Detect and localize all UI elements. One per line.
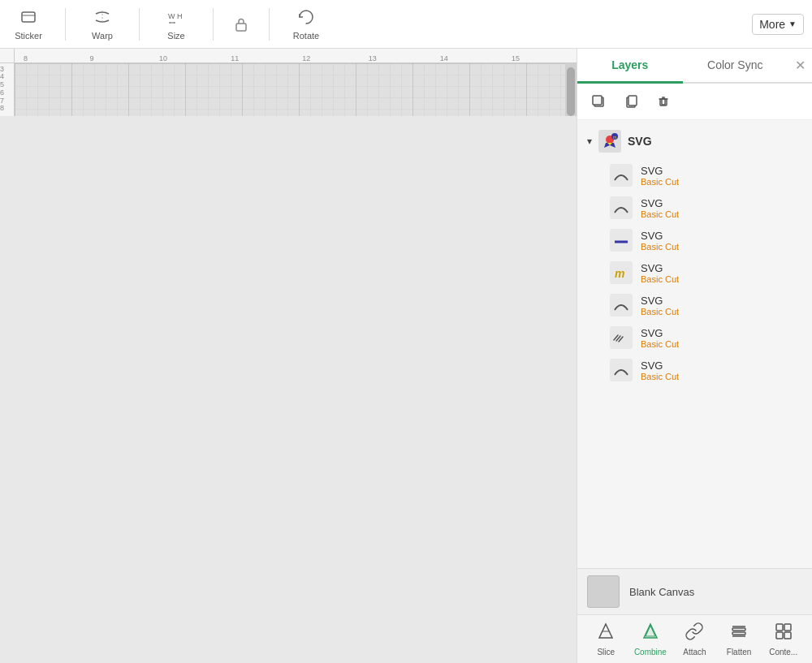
group-label: SVG (628, 135, 652, 148)
warp-tool[interactable]: Warp (82, 7, 123, 41)
size-label: Size (167, 31, 184, 41)
svg-rect-29 (776, 632, 783, 639)
list-item[interactable]: SVG Basic Cut (577, 354, 812, 386)
panel-close-button[interactable]: ✕ (788, 49, 812, 82)
layer-thumbnail-6 (610, 326, 633, 349)
layer-sub-2: Basic Cut (641, 209, 679, 219)
ruler-top: 8 9 10 11 12 13 14 15 (0, 49, 577, 63)
warp-icon (93, 7, 112, 31)
size-tool[interactable]: W H Size (156, 7, 197, 41)
layers-list: ▾ m SVG SVG (577, 120, 812, 568)
list-item[interactable]: SVG Basic Cut (577, 159, 812, 192)
svg-rect-10 (593, 96, 602, 105)
layer-thumbnail-4: m (610, 261, 633, 284)
ruler-mark-11: 11 (231, 54, 239, 62)
trash-icon (655, 93, 672, 110)
layer-thumbnail-5 (610, 294, 633, 316)
panel-toolbar (577, 84, 812, 120)
list-item[interactable]: SVG Basic Cut (577, 192, 812, 224)
layer-name-4: SVG (641, 262, 679, 274)
blank-canvas-thumbnail (587, 575, 620, 608)
layer-info-2: SVG Basic Cut (641, 197, 679, 219)
combine-icon (641, 622, 660, 645)
attach-tool[interactable]: Attach (674, 622, 715, 657)
layer-thumbnail-3 (610, 229, 633, 252)
divider-1 (65, 8, 66, 41)
flatten-label: Flatten (727, 648, 752, 657)
layer-name-6: SVG (641, 327, 679, 339)
contour-tool[interactable]: Conte... (763, 622, 804, 657)
ruler-mark-v2: 4 (0, 72, 4, 80)
scrollbar-right[interactable] (565, 63, 577, 116)
slice-tool[interactable]: Slice (585, 622, 626, 657)
layer-info-5: SVG Basic Cut (641, 295, 679, 316)
ruler-mark-10: 10 (159, 54, 167, 62)
list-item[interactable]: m SVG Basic Cut (577, 256, 812, 289)
svg-text:m: m (613, 135, 616, 140)
panel-tabs-wrapper: Layers Color Sync ✕ (577, 49, 812, 84)
list-item[interactable]: SVG Basic Cut (577, 321, 812, 354)
layer-info-3: SVG Basic Cut (641, 230, 679, 252)
attach-label: Attach (683, 648, 706, 657)
flatten-icon (729, 622, 749, 645)
lock-icon (233, 16, 249, 32)
rotate-label: Rotate (293, 31, 319, 41)
layer-group-header[interactable]: ▾ m SVG (577, 123, 812, 159)
ruler-top-marks: 8 9 10 11 12 13 14 15 (15, 49, 565, 62)
svg-text:m: m (615, 267, 624, 280)
ruler-mark-v1: 3 (0, 65, 4, 73)
tab-color-sync[interactable]: Color Sync (683, 49, 788, 84)
divider-3 (213, 8, 214, 41)
rotate-tool[interactable]: Rotate (286, 7, 326, 41)
flatten-tool[interactable]: Flatten (719, 622, 759, 657)
sticker-tool[interactable]: Sticker (8, 7, 49, 41)
bottom-toolbar: Slice Combine Attach (577, 614, 812, 663)
close-icon: ✕ (795, 58, 806, 73)
ruler-mark-15: 15 (512, 54, 520, 62)
more-label: More (759, 18, 785, 31)
svg-rect-24 (732, 632, 745, 635)
layer-info-6: SVG Basic Cut (641, 327, 679, 349)
ruler-mark-9: 9 (89, 54, 93, 62)
svg-logo (63, 96, 518, 116)
panel-tabs: Layers Color Sync ✕ (577, 49, 812, 84)
design-canvas[interactable] (63, 96, 518, 116)
contour-icon (774, 622, 793, 645)
layer-thumbnail-1 (610, 164, 633, 187)
layer-info-7: SVG Basic Cut (641, 359, 679, 381)
svg-rect-5 (236, 24, 246, 31)
tab-layers[interactable]: Layers (577, 49, 683, 84)
contour-label: Conte... (769, 648, 797, 657)
layer-thumbnail-2 (610, 196, 633, 219)
duplicate-button[interactable] (587, 90, 610, 113)
tab-color-sync-label: Color Sync (707, 58, 762, 71)
copy-button[interactable] (620, 90, 642, 113)
top-toolbar: Sticker Warp W H Size (0, 0, 812, 49)
duplicate-icon (590, 93, 607, 110)
ruler-mark-v5: 7 (0, 97, 4, 105)
ruler-mark-v4: 6 (0, 88, 4, 97)
scrollbar-thumb[interactable] (567, 67, 575, 116)
combine-label: Combine (634, 648, 667, 657)
layer-info-1: SVG Basic Cut (641, 165, 679, 187)
layer-info-4: SVG Basic Cut (641, 262, 679, 284)
warp-label: Warp (92, 31, 113, 41)
slice-label: Slice (597, 648, 615, 657)
combine-tool[interactable]: Combine (630, 622, 671, 657)
delete-button[interactable] (652, 90, 675, 113)
sticker-label: Sticker (15, 31, 42, 41)
layer-name-2: SVG (641, 197, 679, 209)
more-button[interactable]: More ▼ (752, 14, 804, 35)
blank-canvas-label: Blank Canvas (629, 586, 694, 598)
list-item[interactable]: SVG Basic Cut (577, 289, 812, 321)
layer-name-3: SVG (641, 230, 679, 242)
ruler-mark-8: 8 (24, 54, 28, 62)
layer-name-1: SVG (641, 165, 679, 177)
more-dropdown-arrow: ▼ (788, 19, 797, 28)
list-item[interactable]: SVG Basic Cut (577, 224, 812, 256)
canvas-row: 3 4 5 6 7 8 (0, 63, 577, 116)
grid-canvas[interactable] (15, 63, 565, 116)
canvas-full: 8 9 10 11 12 13 14 15 3 4 5 6 7 (0, 49, 577, 116)
size-icon: W H (166, 7, 186, 31)
blank-canvas-item[interactable]: Blank Canvas (577, 568, 812, 614)
